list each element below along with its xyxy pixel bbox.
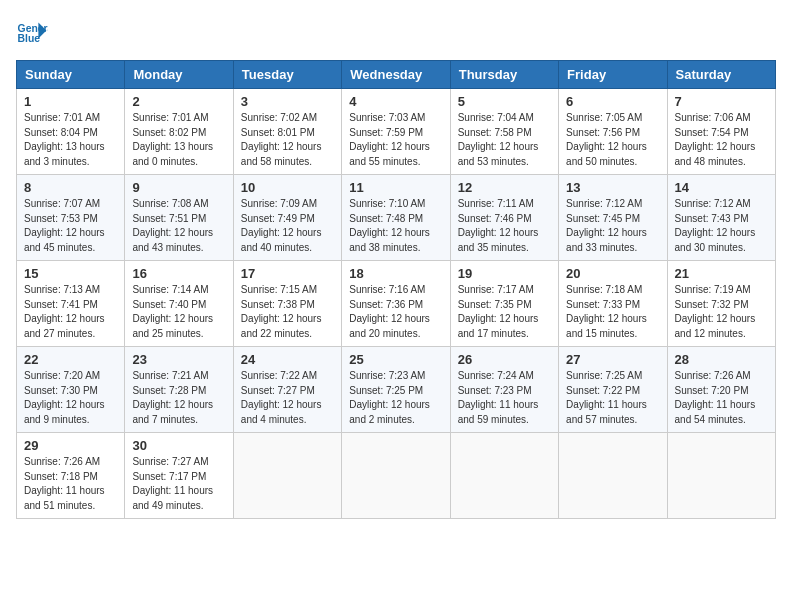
day-info: Sunrise: 7:20 AMSunset: 7:30 PMDaylight:… (24, 370, 105, 425)
svg-text:Blue: Blue (18, 33, 41, 44)
weekday-header: Wednesday (342, 61, 450, 89)
day-info: Sunrise: 7:04 AMSunset: 7:58 PMDaylight:… (458, 112, 539, 167)
calendar-day-cell: 18 Sunrise: 7:16 AMSunset: 7:36 PMDaylig… (342, 261, 450, 347)
logo: General Blue (16, 16, 52, 48)
calendar-day-cell: 15 Sunrise: 7:13 AMSunset: 7:41 PMDaylig… (17, 261, 125, 347)
day-info: Sunrise: 7:26 AMSunset: 7:20 PMDaylight:… (675, 370, 756, 425)
day-info: Sunrise: 7:01 AMSunset: 8:02 PMDaylight:… (132, 112, 213, 167)
calendar-day-cell: 11 Sunrise: 7:10 AMSunset: 7:48 PMDaylig… (342, 175, 450, 261)
day-number: 23 (132, 352, 225, 367)
calendar-day-cell: 9 Sunrise: 7:08 AMSunset: 7:51 PMDayligh… (125, 175, 233, 261)
day-info: Sunrise: 7:24 AMSunset: 7:23 PMDaylight:… (458, 370, 539, 425)
day-number: 24 (241, 352, 334, 367)
calendar-day-cell: 28 Sunrise: 7:26 AMSunset: 7:20 PMDaylig… (667, 347, 775, 433)
day-number: 26 (458, 352, 551, 367)
calendar-day-cell: 2 Sunrise: 7:01 AMSunset: 8:02 PMDayligh… (125, 89, 233, 175)
day-info: Sunrise: 7:06 AMSunset: 7:54 PMDaylight:… (675, 112, 756, 167)
calendar-day-cell: 19 Sunrise: 7:17 AMSunset: 7:35 PMDaylig… (450, 261, 558, 347)
calendar-day-cell: 27 Sunrise: 7:25 AMSunset: 7:22 PMDaylig… (559, 347, 667, 433)
calendar-day-cell: 25 Sunrise: 7:23 AMSunset: 7:25 PMDaylig… (342, 347, 450, 433)
weekday-header: Sunday (17, 61, 125, 89)
day-number: 8 (24, 180, 117, 195)
weekday-header: Monday (125, 61, 233, 89)
calendar-day-cell: 24 Sunrise: 7:22 AMSunset: 7:27 PMDaylig… (233, 347, 341, 433)
day-info: Sunrise: 7:26 AMSunset: 7:18 PMDaylight:… (24, 456, 105, 511)
day-info: Sunrise: 7:12 AMSunset: 7:45 PMDaylight:… (566, 198, 647, 253)
calendar-day-cell: 10 Sunrise: 7:09 AMSunset: 7:49 PMDaylig… (233, 175, 341, 261)
day-info: Sunrise: 7:14 AMSunset: 7:40 PMDaylight:… (132, 284, 213, 339)
day-number: 7 (675, 94, 768, 109)
calendar-day-cell: 8 Sunrise: 7:07 AMSunset: 7:53 PMDayligh… (17, 175, 125, 261)
calendar-day-cell: 4 Sunrise: 7:03 AMSunset: 7:59 PMDayligh… (342, 89, 450, 175)
calendar-day-cell: 3 Sunrise: 7:02 AMSunset: 8:01 PMDayligh… (233, 89, 341, 175)
day-info: Sunrise: 7:23 AMSunset: 7:25 PMDaylight:… (349, 370, 430, 425)
calendar-table: SundayMondayTuesdayWednesdayThursdayFrid… (16, 60, 776, 519)
day-number: 29 (24, 438, 117, 453)
day-number: 18 (349, 266, 442, 281)
day-info: Sunrise: 7:25 AMSunset: 7:22 PMDaylight:… (566, 370, 647, 425)
calendar-day-cell: 26 Sunrise: 7:24 AMSunset: 7:23 PMDaylig… (450, 347, 558, 433)
calendar-day-cell: 21 Sunrise: 7:19 AMSunset: 7:32 PMDaylig… (667, 261, 775, 347)
weekday-header: Saturday (667, 61, 775, 89)
calendar-day-cell: 1 Sunrise: 7:01 AMSunset: 8:04 PMDayligh… (17, 89, 125, 175)
calendar-day-cell: 29 Sunrise: 7:26 AMSunset: 7:18 PMDaylig… (17, 433, 125, 519)
day-number: 25 (349, 352, 442, 367)
day-info: Sunrise: 7:05 AMSunset: 7:56 PMDaylight:… (566, 112, 647, 167)
day-number: 22 (24, 352, 117, 367)
day-number: 15 (24, 266, 117, 281)
day-number: 2 (132, 94, 225, 109)
day-info: Sunrise: 7:02 AMSunset: 8:01 PMDaylight:… (241, 112, 322, 167)
empty-cell (342, 433, 450, 519)
day-number: 17 (241, 266, 334, 281)
empty-cell (233, 433, 341, 519)
calendar-day-cell: 30 Sunrise: 7:27 AMSunset: 7:17 PMDaylig… (125, 433, 233, 519)
day-info: Sunrise: 7:27 AMSunset: 7:17 PMDaylight:… (132, 456, 213, 511)
day-number: 3 (241, 94, 334, 109)
weekday-header: Tuesday (233, 61, 341, 89)
day-info: Sunrise: 7:10 AMSunset: 7:48 PMDaylight:… (349, 198, 430, 253)
day-number: 21 (675, 266, 768, 281)
day-info: Sunrise: 7:11 AMSunset: 7:46 PMDaylight:… (458, 198, 539, 253)
calendar-day-cell: 23 Sunrise: 7:21 AMSunset: 7:28 PMDaylig… (125, 347, 233, 433)
day-number: 16 (132, 266, 225, 281)
calendar-day-cell: 17 Sunrise: 7:15 AMSunset: 7:38 PMDaylig… (233, 261, 341, 347)
calendar-day-cell: 5 Sunrise: 7:04 AMSunset: 7:58 PMDayligh… (450, 89, 558, 175)
day-info: Sunrise: 7:18 AMSunset: 7:33 PMDaylight:… (566, 284, 647, 339)
calendar-day-cell: 6 Sunrise: 7:05 AMSunset: 7:56 PMDayligh… (559, 89, 667, 175)
day-info: Sunrise: 7:19 AMSunset: 7:32 PMDaylight:… (675, 284, 756, 339)
day-info: Sunrise: 7:15 AMSunset: 7:38 PMDaylight:… (241, 284, 322, 339)
day-number: 28 (675, 352, 768, 367)
calendar-day-cell: 22 Sunrise: 7:20 AMSunset: 7:30 PMDaylig… (17, 347, 125, 433)
logo-icon: General Blue (16, 16, 48, 48)
weekday-header: Thursday (450, 61, 558, 89)
calendar-day-cell: 13 Sunrise: 7:12 AMSunset: 7:45 PMDaylig… (559, 175, 667, 261)
day-info: Sunrise: 7:12 AMSunset: 7:43 PMDaylight:… (675, 198, 756, 253)
day-number: 27 (566, 352, 659, 367)
day-number: 30 (132, 438, 225, 453)
calendar-day-cell: 16 Sunrise: 7:14 AMSunset: 7:40 PMDaylig… (125, 261, 233, 347)
day-number: 19 (458, 266, 551, 281)
page-header: General Blue (16, 16, 776, 48)
calendar-day-cell: 7 Sunrise: 7:06 AMSunset: 7:54 PMDayligh… (667, 89, 775, 175)
day-info: Sunrise: 7:09 AMSunset: 7:49 PMDaylight:… (241, 198, 322, 253)
day-info: Sunrise: 7:03 AMSunset: 7:59 PMDaylight:… (349, 112, 430, 167)
day-number: 1 (24, 94, 117, 109)
empty-cell (559, 433, 667, 519)
day-number: 9 (132, 180, 225, 195)
day-info: Sunrise: 7:13 AMSunset: 7:41 PMDaylight:… (24, 284, 105, 339)
calendar-day-cell: 12 Sunrise: 7:11 AMSunset: 7:46 PMDaylig… (450, 175, 558, 261)
day-number: 5 (458, 94, 551, 109)
day-number: 6 (566, 94, 659, 109)
day-number: 10 (241, 180, 334, 195)
day-number: 20 (566, 266, 659, 281)
day-number: 12 (458, 180, 551, 195)
day-number: 11 (349, 180, 442, 195)
day-number: 4 (349, 94, 442, 109)
day-info: Sunrise: 7:17 AMSunset: 7:35 PMDaylight:… (458, 284, 539, 339)
day-info: Sunrise: 7:08 AMSunset: 7:51 PMDaylight:… (132, 198, 213, 253)
day-info: Sunrise: 7:22 AMSunset: 7:27 PMDaylight:… (241, 370, 322, 425)
day-info: Sunrise: 7:16 AMSunset: 7:36 PMDaylight:… (349, 284, 430, 339)
day-info: Sunrise: 7:07 AMSunset: 7:53 PMDaylight:… (24, 198, 105, 253)
empty-cell (450, 433, 558, 519)
day-number: 14 (675, 180, 768, 195)
